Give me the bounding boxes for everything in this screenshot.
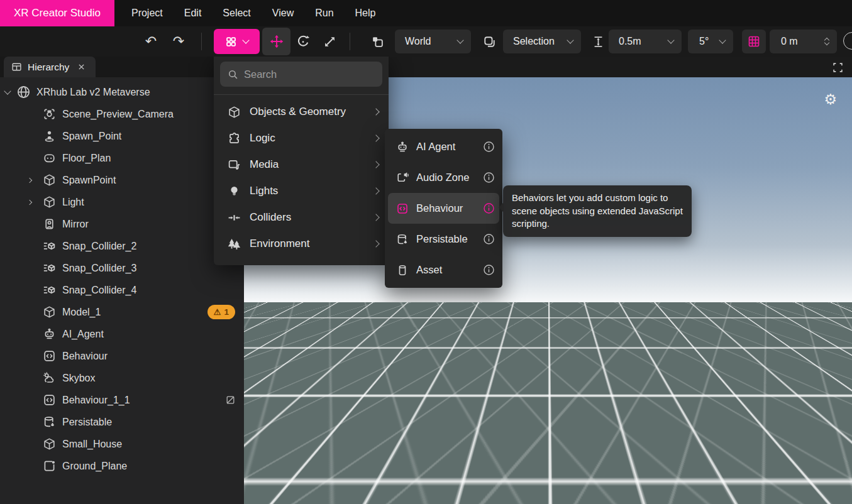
menubar: XR Creator Studio Project Edit Select Vi… bbox=[0, 0, 852, 26]
tree-item-snap-collider-2[interactable]: Snap_Collider_2 bbox=[0, 235, 244, 257]
info-icon[interactable] bbox=[483, 202, 495, 214]
pivot-toggle-button[interactable] bbox=[480, 34, 498, 49]
cube-icon bbox=[228, 106, 241, 119]
app-logo[interactable]: XR Creator Studio bbox=[0, 0, 114, 26]
grid-snap-toggle-button[interactable] bbox=[742, 30, 766, 53]
tree-item-snap-collider-4[interactable]: Snap_Collider_4 bbox=[0, 279, 244, 301]
info-icon[interactable] bbox=[483, 264, 495, 276]
tree-item-ground-plane[interactable]: Ground_Plane bbox=[0, 455, 244, 477]
tree-item-label: Floor_Plan bbox=[62, 153, 111, 164]
mouse-middle-icon bbox=[297, 480, 307, 496]
behaviour-tooltip: Behaviors let you add custom logic to sc… bbox=[503, 185, 692, 237]
chevron-right-icon[interactable] bbox=[27, 199, 32, 204]
prefab-cube-icon bbox=[43, 195, 56, 209]
elevation-stepper[interactable]: 0 m bbox=[770, 30, 837, 53]
tree-item-floor-plan[interactable]: Floor_Plan bbox=[0, 147, 244, 169]
selection-mode-dropdown[interactable]: Selection bbox=[503, 30, 581, 53]
tree-item-mirror[interactable]: Mirror bbox=[0, 213, 244, 235]
scale-tool-button[interactable] bbox=[321, 34, 338, 49]
stepper[interactable] bbox=[825, 38, 829, 45]
gizmo-neg-y-ball[interactable] bbox=[785, 472, 798, 485]
chevron-right-icon[interactable] bbox=[27, 177, 32, 182]
elevation-tool-button[interactable] bbox=[590, 34, 606, 49]
scale-icon bbox=[323, 35, 336, 48]
tree-item-model-1[interactable]: Model_1 ⚠1 bbox=[0, 301, 244, 323]
logic-submenu: AI Agent Audio Zone Behaviour Persistabl… bbox=[385, 129, 502, 288]
tree-item-behaviour-1-1[interactable]: Behaviour_1_1 bbox=[0, 389, 244, 411]
undo-button[interactable]: ↶ bbox=[140, 33, 162, 50]
gizmo-z-ball[interactable]: Z bbox=[783, 447, 799, 463]
tree-item-small-house[interactable]: Small_House bbox=[0, 433, 244, 455]
rotate-tool-button[interactable] bbox=[294, 34, 312, 49]
elevation-icon bbox=[592, 36, 604, 48]
move-snap-dropdown[interactable]: 0.5m bbox=[609, 30, 682, 53]
tooltip-text: Behaviors let you add custom logic to sc… bbox=[512, 192, 683, 229]
warning-badge[interactable]: ⚠1 bbox=[207, 305, 235, 319]
category-environment[interactable]: Environment bbox=[214, 231, 389, 257]
group-select-button[interactable] bbox=[368, 34, 386, 49]
category-media[interactable]: Media bbox=[214, 151, 389, 178]
viewport-settings-gear-icon[interactable]: ⚙ bbox=[824, 91, 837, 108]
snap-collider-icon bbox=[43, 239, 56, 253]
menu-edit[interactable]: Edit bbox=[174, 0, 213, 26]
warning-icon: ⚠ bbox=[214, 307, 221, 317]
search-input[interactable] bbox=[244, 68, 382, 80]
search-field[interactable] bbox=[220, 62, 382, 87]
tree-item-spawnpoint[interactable]: SpawnPoint bbox=[0, 169, 244, 191]
plane-icon bbox=[43, 459, 56, 473]
menu-project[interactable]: Project bbox=[121, 0, 174, 26]
fullscreen-icon[interactable] bbox=[833, 62, 843, 73]
gizmo-neg-x-ball[interactable] bbox=[772, 446, 784, 458]
space-mode-value: World bbox=[405, 36, 431, 47]
close-icon[interactable] bbox=[77, 63, 86, 71]
hint-fly: Fly bbox=[340, 480, 367, 496]
submenu-persistable[interactable]: Persistable bbox=[385, 224, 502, 255]
redo-button[interactable]: ↷ bbox=[167, 33, 190, 50]
tree-item-label: Ground_Plane bbox=[62, 461, 127, 472]
info-icon[interactable] bbox=[483, 141, 495, 153]
menu-view[interactable]: View bbox=[262, 0, 304, 26]
chevron-down-icon bbox=[567, 36, 573, 43]
tree-item-persistable[interactable]: Persistable bbox=[0, 411, 244, 433]
submenu-audio-zone[interactable]: Audio Zone bbox=[385, 162, 502, 193]
menu-run[interactable]: Run bbox=[304, 0, 344, 26]
submenu-ai-agent[interactable]: AI Agent bbox=[385, 131, 502, 162]
category-objects-geometry[interactable]: Objects & Geometry bbox=[214, 99, 389, 125]
add-object-button[interactable] bbox=[214, 29, 260, 54]
account-circle-partial[interactable] bbox=[843, 32, 852, 50]
move-tool-button[interactable] bbox=[262, 28, 290, 55]
axis-gizmo[interactable]: Y X Z bbox=[761, 407, 843, 488]
model-cube-icon bbox=[43, 437, 56, 451]
gizmo-y-ball[interactable]: Y bbox=[792, 420, 808, 437]
move-icon bbox=[270, 35, 284, 48]
rotate-snap-dropdown[interactable]: 5° bbox=[688, 30, 733, 53]
info-icon[interactable] bbox=[483, 172, 495, 184]
submenu-asset[interactable]: Asset bbox=[385, 255, 502, 285]
tree-item-label: Mirror bbox=[62, 219, 89, 230]
category-lights[interactable]: Lights bbox=[214, 178, 389, 204]
category-colliders[interactable]: Colliders bbox=[214, 204, 389, 231]
tab-hierarchy[interactable]: Hierarchy bbox=[4, 57, 96, 77]
chevron-right-icon bbox=[372, 240, 379, 247]
submenu-label: AI Agent bbox=[416, 141, 455, 153]
gizmo-x-ball[interactable]: X bbox=[816, 446, 832, 462]
tree-item-spawn-point[interactable]: Spawn_Point bbox=[0, 125, 244, 147]
submenu-behaviour[interactable]: Behaviour bbox=[388, 193, 499, 224]
category-logic[interactable]: Logic bbox=[214, 125, 389, 151]
tree-item-behaviour[interactable]: Behaviour bbox=[0, 345, 244, 367]
space-mode-dropdown[interactable]: World bbox=[395, 30, 471, 53]
tree-item-skybox[interactable]: Skybox bbox=[0, 367, 244, 389]
tree-item-root[interactable]: XRhub Lab v2 Metaverse bbox=[0, 81, 244, 103]
tree-item-scene-preview-camera[interactable]: Scene_Preview_Camera bbox=[0, 103, 244, 125]
floorplan-icon bbox=[43, 151, 56, 165]
bulb-icon bbox=[228, 185, 241, 198]
chevron-down-icon[interactable] bbox=[4, 87, 11, 94]
menu-select[interactable]: Select bbox=[212, 0, 261, 26]
submenu-label: Persistable bbox=[416, 233, 468, 245]
tree-item-snap-collider-3[interactable]: Snap_Collider_3 bbox=[0, 257, 244, 279]
tree-item-light[interactable]: Light bbox=[0, 191, 244, 213]
info-icon[interactable] bbox=[483, 233, 495, 245]
chevron-right-icon bbox=[372, 214, 379, 221]
tree-item-ai-agent[interactable]: AI_Agent bbox=[0, 323, 244, 345]
menu-help[interactable]: Help bbox=[345, 0, 387, 26]
